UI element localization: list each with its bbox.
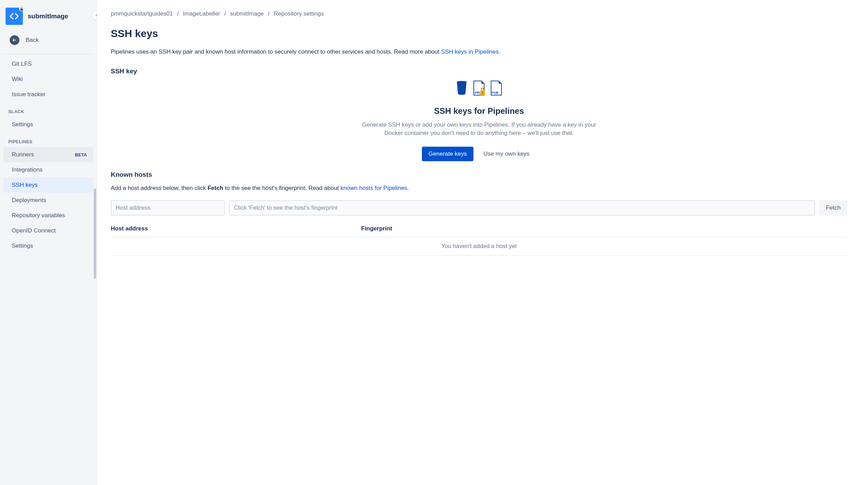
- breadcrumb-project[interactable]: ImageLabeller: [183, 10, 220, 17]
- host-address-input[interactable]: [111, 200, 225, 216]
- ssh-key-hero: PRI PUB SSH keys for Pipelines Generate …: [361, 81, 597, 161]
- ssh-keys-docs-link[interactable]: SSH keys in Pipelines: [441, 48, 498, 55]
- hero-title: SSH keys for Pipelines: [361, 106, 597, 116]
- breadcrumb-settings[interactable]: Repository settings: [274, 10, 324, 17]
- fingerprint-input[interactable]: [229, 200, 815, 216]
- divider: [3, 54, 93, 54]
- sidebar-item-ssh-keys[interactable]: SSH keys: [3, 177, 93, 193]
- sidebar: submitImage Back Git LFS Wiki Issue trac…: [0, 0, 97, 485]
- public-key-file-icon: PUB: [490, 81, 503, 97]
- breadcrumb-repo[interactable]: submitImage: [230, 10, 264, 17]
- th-host-address: Host address: [111, 225, 361, 237]
- scrollbar[interactable]: [94, 189, 96, 278]
- hero-description: Generate SSH keys or add your own keys i…: [361, 121, 597, 138]
- sidebar-item-repository-variables[interactable]: Repository variables: [3, 208, 93, 223]
- known-hosts-docs-link[interactable]: known hosts for Pipelines: [341, 185, 407, 191]
- section-heading-pipelines: PIPELINES: [0, 132, 97, 147]
- sidebar-item-git-lfs[interactable]: Git LFS: [3, 56, 93, 72]
- section-heading-slack: SLACK: [0, 102, 97, 117]
- private-key-file-icon: PRI: [473, 81, 485, 97]
- back-label: Back: [26, 37, 39, 44]
- empty-hosts-message: You haven't added a host yet: [111, 237, 847, 255]
- known-hosts-description: Add a host address below, then click Fet…: [111, 184, 847, 193]
- repo-title[interactable]: submitImage: [28, 12, 68, 20]
- page-title: SSH keys: [111, 28, 847, 39]
- lock-icon: [19, 6, 24, 11]
- repo-icon: [6, 8, 23, 25]
- sidebar-item-pipelines-settings[interactable]: Settings: [3, 238, 93, 254]
- breadcrumb-org[interactable]: pmmquickstartguides01: [111, 10, 173, 17]
- th-fingerprint: Fingerprint: [361, 225, 847, 237]
- ssh-key-section-heading: SSH key: [111, 67, 847, 75]
- sidebar-item-slack-settings[interactable]: Settings: [3, 117, 93, 132]
- sidebar-item-runners[interactable]: Runners BETA: [3, 147, 93, 162]
- svg-text:PUB: PUB: [492, 91, 499, 94]
- svg-point-0: [457, 81, 467, 83]
- fetch-button[interactable]: Fetch: [819, 200, 847, 216]
- sidebar-item-integrations[interactable]: Integrations: [3, 162, 93, 177]
- svg-rect-4: [482, 92, 483, 94]
- sidebar-item-issue-tracker[interactable]: Issue tracker: [3, 87, 93, 102]
- back-button[interactable]: Back: [0, 30, 97, 51]
- known-hosts-table: Host address Fingerprint You haven't add…: [111, 225, 847, 256]
- bucket-icon: [455, 81, 468, 97]
- known-hosts-input-row: Fetch: [111, 200, 847, 216]
- svg-text:PRI: PRI: [475, 91, 480, 94]
- hero-icons: PRI PUB: [361, 81, 597, 97]
- sidebar-item-wiki[interactable]: Wiki: [3, 72, 93, 87]
- intro-text: Pipelines uses an SSH key pair and known…: [111, 48, 847, 56]
- back-arrow-icon: [10, 35, 19, 45]
- chevron-left-icon: [94, 13, 97, 17]
- known-hosts-section-heading: Known hosts: [111, 171, 847, 179]
- repo-header: submitImage: [0, 4, 97, 30]
- sidebar-item-openid-connect[interactable]: OpenID Connect: [3, 223, 93, 238]
- sidebar-item-deployments[interactable]: Deployments: [3, 193, 93, 208]
- use-my-own-keys-button[interactable]: Use my own keys: [477, 147, 536, 161]
- generate-keys-button[interactable]: Generate keys: [422, 147, 473, 161]
- main-content: pmmquickstartguides01/ ImageLabeller/ su…: [97, 0, 868, 485]
- breadcrumb: pmmquickstartguides01/ ImageLabeller/ su…: [111, 8, 847, 28]
- beta-badge: BETA: [75, 152, 87, 157]
